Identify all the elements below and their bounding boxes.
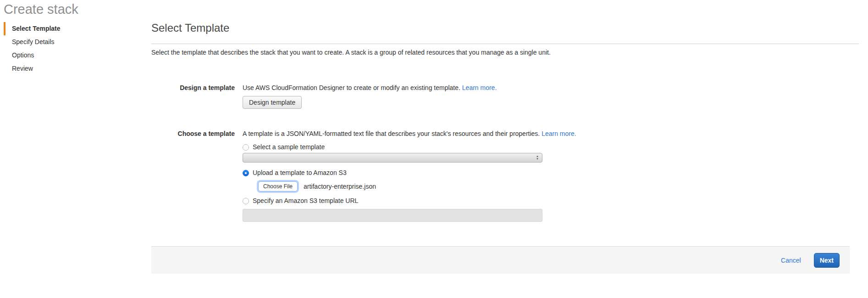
file-upload-row: Choose File artifactory-enterprise.json: [258, 181, 859, 191]
footer-bar: Cancel Next: [151, 246, 850, 274]
sample-template-option[interactable]: Select a sample template: [243, 143, 859, 151]
design-learn-more-link[interactable]: Learn more.: [462, 84, 497, 91]
choose-template-label: Choose a template: [151, 130, 235, 222]
choose-learn-more-link[interactable]: Learn more.: [542, 130, 576, 137]
sample-template-select[interactable]: ▲▼: [243, 153, 542, 163]
s3-url-option-label: Specify an Amazon S3 template URL: [253, 197, 358, 205]
step-nav: Select Template Specify Details Options …: [4, 22, 118, 75]
radio-unchecked-icon[interactable]: [243, 144, 249, 151]
page-title: Create stack: [4, 0, 78, 18]
design-template-label: Design a template: [151, 84, 235, 109]
sidebar-item-specify-details[interactable]: Specify Details: [4, 35, 118, 49]
sidebar-item-select-template[interactable]: Select Template: [4, 22, 118, 35]
s3-url-option[interactable]: Specify an Amazon S3 template URL: [243, 197, 859, 205]
choose-template-content: A template is a JSON/YAML-formatted text…: [243, 130, 859, 222]
select-stepper-icon: ▲▼: [536, 155, 539, 160]
design-template-row: Design a template Use AWS CloudFormation…: [151, 84, 859, 109]
design-template-content: Use AWS CloudFormation Designer to creat…: [243, 84, 859, 109]
design-template-text: Use AWS CloudFormation Designer to creat…: [243, 84, 462, 91]
section-heading: Select Template: [151, 21, 859, 44]
section-description: Select the template that describes the s…: [151, 49, 859, 56]
cancel-link[interactable]: Cancel: [781, 257, 801, 264]
choose-file-button[interactable]: Choose File: [258, 181, 298, 191]
sample-template-option-label: Select a sample template: [253, 143, 325, 151]
main-content: Select Template Select the template that…: [151, 21, 859, 222]
radio-checked-icon[interactable]: [243, 170, 249, 176]
sidebar-item-review[interactable]: Review: [4, 62, 118, 75]
choose-template-row: Choose a template A template is a JSON/Y…: [151, 130, 859, 222]
radio-unchecked-icon[interactable]: [243, 198, 249, 204]
choose-template-text: A template is a JSON/YAML-formatted text…: [243, 130, 542, 137]
next-button[interactable]: Next: [814, 253, 840, 268]
upload-template-option-label: Upload a template to Amazon S3: [253, 169, 347, 177]
uploaded-file-name: artifactory-enterprise.json: [304, 183, 376, 191]
sidebar-item-options[interactable]: Options: [4, 49, 118, 62]
design-template-button[interactable]: Design template: [243, 96, 302, 109]
upload-template-option[interactable]: Upload a template to Amazon S3: [243, 169, 859, 177]
s3-template-url-input[interactable]: [243, 209, 542, 222]
